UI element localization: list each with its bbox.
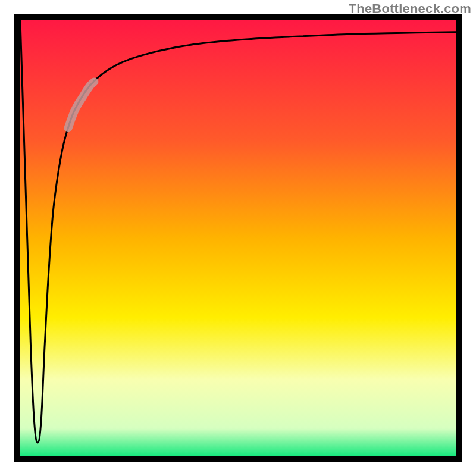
plot-background-gradient	[17, 17, 459, 459]
bottleneck-chart	[0, 0, 476, 476]
chart-container: TheBottleneck.com	[0, 0, 476, 476]
